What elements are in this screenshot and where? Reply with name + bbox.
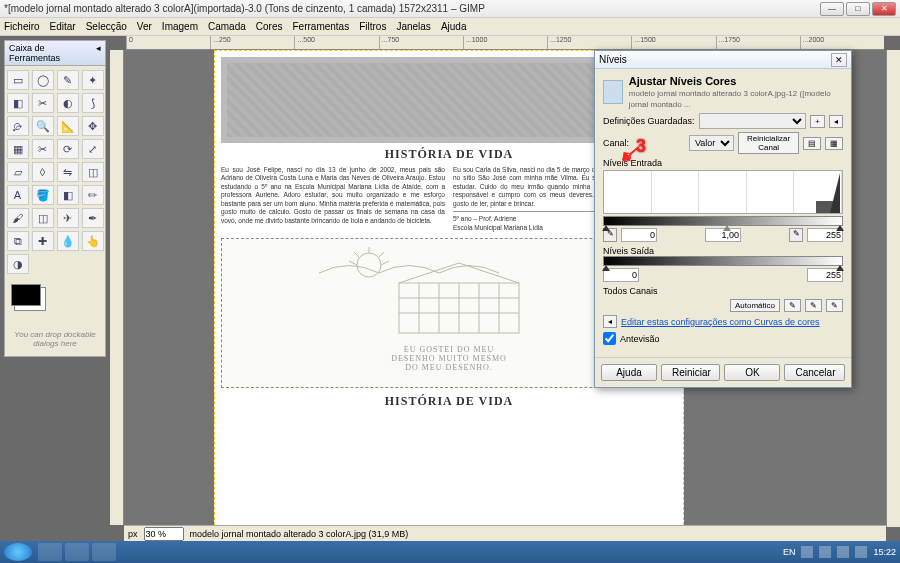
ok-button[interactable]: OK [724,364,780,381]
toolbox-title: Caixa de Ferramentas [9,43,96,63]
smudge-tool[interactable]: 👆 [82,231,104,251]
fuzzy-select-tool[interactable]: ✦ [82,70,104,90]
color-picker-tool[interactable]: ⌮ [7,116,29,136]
foreground-select-tool[interactable]: ◐ [57,93,79,113]
maximize-button[interactable]: □ [846,2,870,16]
presets-select[interactable] [699,113,807,129]
auto-button[interactable]: Automático [730,299,780,312]
airbrush-tool[interactable]: ✈ [57,208,79,228]
out-black-slider[interactable] [602,265,610,271]
start-button[interactable] [4,543,32,561]
toolbox-collapse-icon[interactable]: ◂ [96,43,101,63]
task-button-3[interactable] [92,543,116,561]
flip-tool[interactable]: ⇋ [57,162,79,182]
histogram-log-icon[interactable]: ▦ [825,137,843,150]
cage-tool[interactable]: ◫ [82,162,104,182]
tray-icon[interactable] [801,546,813,558]
menu-ajuda[interactable]: Ajuda [441,21,467,32]
preview-checkbox[interactable] [603,332,616,345]
menu-janelas[interactable]: Janelas [396,21,430,32]
paths-tool[interactable]: ⟆ [82,93,104,113]
tray-icon[interactable] [837,546,849,558]
unit-selector[interactable]: px [128,529,138,539]
text-tool[interactable]: A [7,185,29,205]
free-select-tool[interactable]: ✎ [57,70,79,90]
scrollbar-vertical[interactable] [886,50,900,527]
dodge-tool[interactable]: ◑ [7,254,29,274]
zoom-tool[interactable]: 🔍 [32,116,54,136]
output-gradient[interactable] [603,256,843,266]
menu-filtros[interactable]: Filtros [359,21,386,32]
color-select-tool[interactable]: ◧ [7,93,29,113]
preview-label: Antevisão [620,334,660,344]
help-button[interactable]: Ajuda [601,364,657,381]
move-tool[interactable]: ✥ [82,116,104,136]
canvas-status-bar: px modelo jornal montado alterado 3 colo… [124,525,886,541]
edit-as-curves-link[interactable]: Editar estas configurações como Curvas d… [621,317,820,327]
curves-icon[interactable]: ◂ [603,315,617,328]
white-point-slider[interactable] [836,225,844,231]
menu-seleccao[interactable]: Selecção [86,21,127,32]
tray-clock[interactable]: 15:22 [873,547,896,557]
tray-icon[interactable] [855,546,867,558]
white-picker-icon[interactable]: ✎ [789,228,803,242]
menu-imagem[interactable]: Imagem [162,21,198,32]
pick-black-icon[interactable]: ✎ [784,299,801,312]
histogram-linear-icon[interactable]: ▤ [803,137,821,150]
channel-select[interactable]: Valor [689,135,734,151]
pick-gray-icon[interactable]: ✎ [805,299,822,312]
bucket-fill-tool[interactable]: 🪣 [32,185,54,205]
ellipse-select-tool[interactable]: ◯ [32,70,54,90]
preset-menu-button[interactable]: ◂ [829,115,843,128]
menu-ver[interactable]: Ver [137,21,152,32]
tray-icon[interactable] [819,546,831,558]
zoom-field[interactable] [144,527,184,541]
reset-channel-button[interactable]: Reinicializar Canal [738,132,799,154]
clone-tool[interactable]: ⧉ [7,231,29,251]
paintbrush-tool[interactable]: 🖌 [7,208,29,228]
reset-button[interactable]: Reiniciar [661,364,720,381]
window-titlebar: *[modelo jornal montado alterado 3 color… [0,0,900,18]
menu-ficheiro[interactable]: Ficheiro [4,21,40,32]
rotate-tool[interactable]: ⟳ [57,139,79,159]
fg-bg-color-swatch[interactable] [11,284,41,306]
task-button-2[interactable] [65,543,89,561]
eraser-tool[interactable]: ◫ [32,208,54,228]
all-channels-label: Todos Canais [603,286,843,296]
pencil-tool[interactable]: ✏ [82,185,104,205]
task-button-1[interactable] [38,543,62,561]
status-file: modelo jornal montado alterado 3 colorA.… [190,529,409,539]
input-gradient[interactable] [603,216,843,226]
ink-tool[interactable]: ✒ [82,208,104,228]
heal-tool[interactable]: ✚ [32,231,54,251]
perspective-tool[interactable]: ◊ [32,162,54,182]
scissors-tool[interactable]: ✂ [32,93,54,113]
cancel-button[interactable]: Cancelar [784,364,845,381]
crop-tool[interactable]: ✂ [32,139,54,159]
black-point-slider[interactable] [602,225,610,231]
ruler-vertical [110,50,124,525]
align-tool[interactable]: ▦ [7,139,29,159]
add-preset-button[interactable]: + [810,115,825,128]
dialog-close-button[interactable]: ✕ [831,53,847,67]
out-white-slider[interactable] [836,265,844,271]
menu-cores[interactable]: Cores [256,21,283,32]
menu-editar[interactable]: Editar [50,21,76,32]
tray-lang[interactable]: EN [783,547,796,557]
menu-ferramentas[interactable]: Ferramentas [292,21,349,32]
dialog-header: Ajustar Níveis Cores [629,75,843,87]
window-title: *[modelo jornal montado alterado 3 color… [4,3,820,14]
low-input[interactable] [621,228,657,242]
shear-tool[interactable]: ▱ [7,162,29,182]
rect-select-tool[interactable]: ▭ [7,70,29,90]
minimize-button[interactable]: — [820,2,844,16]
gamma-slider[interactable] [723,225,731,231]
blur-tool[interactable]: 💧 [57,231,79,251]
scale-tool[interactable]: ⤢ [82,139,104,159]
output-levels-label: Níveis Saída [603,246,843,256]
blend-tool[interactable]: ◧ [57,185,79,205]
menu-camada[interactable]: Camada [208,21,246,32]
close-button[interactable]: ✕ [872,2,896,16]
measure-tool[interactable]: 📐 [57,116,79,136]
pick-white-icon[interactable]: ✎ [826,299,843,312]
